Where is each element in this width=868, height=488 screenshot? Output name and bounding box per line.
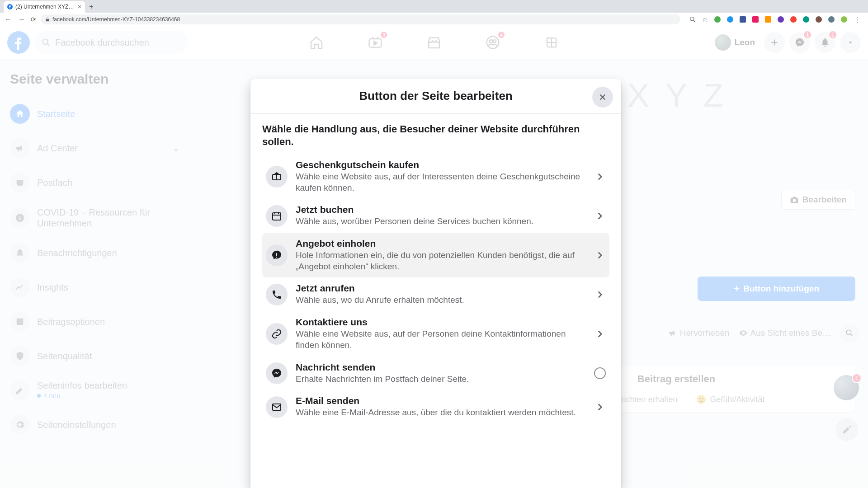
option-call-now[interactable]: Jetzt anrufen Wähle aus, wo du Anrufe er… <box>262 277 609 311</box>
ext-icon[interactable] <box>752 16 759 23</box>
extension-icons: ☆ ⋮ <box>689 15 864 24</box>
ext-icon[interactable] <box>790 16 797 23</box>
dialog-description: Wähle die Handlung aus, die Besucher dei… <box>262 123 609 148</box>
lock-icon <box>45 17 50 22</box>
dialog-close-button[interactable] <box>592 87 613 108</box>
zoom-icon[interactable] <box>689 16 696 23</box>
option-title: Jetzt anrufen <box>296 283 586 294</box>
address-bar[interactable]: facebook.com/Unternehmen-XYZ-10433823463… <box>41 14 680 24</box>
close-icon[interactable]: × <box>78 3 81 10</box>
chevron-right-icon <box>594 249 606 261</box>
avatar-icon[interactable] <box>841 16 847 23</box>
browser-chrome: (2) Unternehmen XYZ | Faceb × + ← → ⟳ fa… <box>0 0 868 26</box>
option-subtitle: Wähle eine Website aus, auf der Interess… <box>296 171 580 193</box>
email-icon <box>266 396 288 418</box>
option-title: Nachricht senden <box>296 362 586 373</box>
option-subtitle: Hole Informationen ein, die du von poten… <box>296 250 580 272</box>
ext-icon[interactable] <box>778 16 784 23</box>
browser-tab[interactable]: (2) Unternehmen XYZ | Faceb × <box>4 1 85 13</box>
option-subtitle: Wähle aus, wo du Anrufe erhalten möchtes… <box>296 295 580 306</box>
chevron-right-icon <box>594 401 606 413</box>
chevron-right-icon <box>594 171 606 183</box>
ext-icon[interactable] <box>803 16 809 23</box>
option-title: Angebot einholen <box>296 238 586 249</box>
option-title: Kontaktiere uns <box>296 317 586 328</box>
option-title: E-Mail senden <box>296 395 586 406</box>
option-subtitle: Erhalte Nachrichten im Postfach deiner S… <box>296 374 580 385</box>
calendar-icon <box>266 205 288 227</box>
option-subtitle: Wähle aus, worüber Personen deine Servic… <box>296 216 580 227</box>
chevron-right-icon <box>594 210 606 222</box>
toolbar: ← → ⟳ facebook.com/Unternehmen-XYZ-10433… <box>0 13 868 26</box>
option-gift-card[interactable]: Geschenkgutschein kaufen Wähle eine Webs… <box>262 154 609 199</box>
url-text: facebook.com/Unternehmen-XYZ-10433823463… <box>52 16 180 23</box>
svg-line-2 <box>693 20 695 22</box>
option-subtitle: Wähle eine E-Mail-Adresse aus, über die … <box>296 407 580 418</box>
messenger-icon <box>266 362 288 384</box>
forward-icon: → <box>17 15 26 23</box>
radio-unchecked[interactable] <box>594 367 606 379</box>
close-icon <box>598 92 608 102</box>
dialog-body: Wähle die Handlung aus, die Besucher dei… <box>250 114 621 488</box>
chevron-right-icon <box>594 328 606 340</box>
back-icon[interactable]: ← <box>4 15 13 23</box>
edit-page-button-dialog: Button der Seite bearbeiten Wähle die Ha… <box>250 79 621 488</box>
ext-icon[interactable] <box>740 16 746 23</box>
phone-icon <box>266 284 288 305</box>
option-contact-us[interactable]: Kontaktiere uns Wähle eine Website aus, … <box>262 311 609 356</box>
ext-icon[interactable] <box>816 16 822 23</box>
option-title: Jetzt buchen <box>296 204 586 215</box>
option-get-quote[interactable]: Angebot einholen Hole Informationen ein,… <box>262 233 609 277</box>
chevron-right-icon <box>594 289 606 300</box>
ext-icon[interactable] <box>727 16 733 23</box>
quote-icon <box>266 244 288 266</box>
gift-card-icon <box>266 166 288 188</box>
new-tab-button[interactable]: + <box>85 1 98 13</box>
svg-rect-23 <box>273 213 281 220</box>
svg-point-1 <box>690 17 694 21</box>
dialog-header: Button der Seite bearbeiten <box>250 79 621 114</box>
ext-icon[interactable] <box>714 16 721 23</box>
link-icon <box>266 323 288 345</box>
tab-strip: (2) Unternehmen XYZ | Faceb × + <box>0 0 868 13</box>
ext-icon[interactable] <box>765 16 771 23</box>
option-title: Geschenkgutschein kaufen <box>296 160 586 170</box>
option-send-message[interactable]: Nachricht senden Erhalte Nachrichten im … <box>262 357 609 390</box>
option-send-email[interactable]: E-Mail senden Wähle eine E-Mail-Adresse … <box>262 390 609 424</box>
option-subtitle: Wähle eine Website aus, auf der Personen… <box>296 328 580 351</box>
dialog-title: Button der Seite bearbeiten <box>359 89 513 103</box>
tab-title: (2) Unternehmen XYZ | Faceb <box>15 4 75 10</box>
ext-icon[interactable] <box>828 16 835 23</box>
reload-icon[interactable]: ⟳ <box>31 16 36 23</box>
option-book-now[interactable]: Jetzt buchen Wähle aus, worüber Personen… <box>262 199 609 233</box>
star-icon[interactable]: ☆ <box>702 16 708 23</box>
facebook-favicon-icon <box>7 4 13 9</box>
menu-icon[interactable]: ⋮ <box>854 15 861 24</box>
